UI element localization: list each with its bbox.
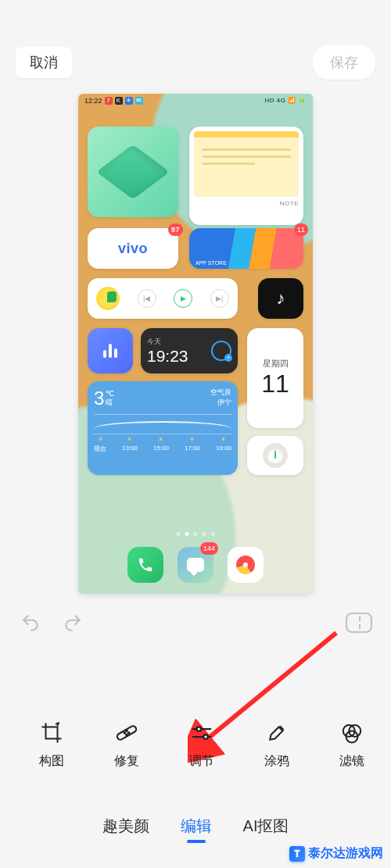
status-time: 12:22 — [84, 97, 102, 105]
tool-label: 滤镜 — [339, 753, 364, 770]
widget-voice — [88, 328, 133, 373]
dock-messages-icon: 144 — [178, 547, 213, 583]
brush-icon — [263, 719, 291, 747]
cube-icon — [96, 145, 170, 199]
bandage-icon — [113, 719, 141, 747]
music-art-icon — [96, 287, 120, 310]
sliders-icon — [188, 719, 216, 747]
tiktok-icon: ♪ — [277, 288, 285, 309]
clock-add-icon — [211, 341, 231, 361]
status-app-icon-4: ✉ — [135, 97, 143, 105]
vivo-badge: 87 — [168, 223, 183, 236]
clock-time: 19:23 — [147, 347, 188, 366]
date-day: 11 — [261, 370, 289, 398]
svg-point-2 — [124, 732, 126, 734]
dock-music-icon — [228, 547, 264, 583]
tool-crop[interactable]: 构图 — [16, 719, 88, 770]
status-app-icon-2: K — [115, 97, 123, 105]
sun-icon: ☀ — [98, 436, 103, 443]
widget-lock — [247, 436, 303, 475]
cancel-button[interactable]: 取消 — [16, 47, 72, 78]
tool-label: 涂鸦 — [264, 753, 289, 770]
dock: 144 — [127, 547, 264, 583]
note-label: NOTE — [194, 200, 299, 207]
svg-point-5 — [126, 734, 127, 736]
page-indicator — [177, 532, 215, 536]
watermark-text: 泰尔达游戏网 — [308, 845, 383, 862]
sun-icon: ☀ — [221, 436, 226, 443]
widget-clock: 今天 19:23 — [141, 328, 238, 373]
svg-point-4 — [126, 730, 127, 732]
widget-appstore: APP STORE 11 — [189, 228, 303, 269]
svg-point-9 — [203, 734, 208, 739]
waveform-icon — [103, 344, 117, 358]
svg-point-7 — [197, 727, 202, 731]
sun-icon: ☀ — [158, 436, 163, 443]
tool-label: 修复 — [114, 753, 139, 770]
music-prev-icon: |◀ — [138, 289, 156, 308]
svg-rect-1 — [116, 725, 137, 741]
crop-icon — [38, 719, 66, 747]
filter-icon — [338, 719, 366, 747]
widget-security — [88, 127, 178, 217]
status-network: HD 4G 📶 🔋 — [265, 97, 307, 105]
date-weekday: 星期四 — [263, 358, 289, 370]
widget-note: NOTE — [189, 127, 303, 225]
save-button[interactable]: 保存 — [313, 45, 375, 80]
image-preview[interactable]: 12:22 7 K ✳ ✉ HD 4G 📶 🔋 NOTE vivo 87 APP… — [78, 94, 313, 594]
music-play-icon: ▶ — [174, 289, 192, 308]
svg-point-3 — [128, 732, 130, 734]
weather-unit: ℃ — [106, 389, 114, 398]
tool-adjust[interactable]: 调节 — [166, 719, 238, 770]
watermark: T 泰尔达游戏网 — [289, 845, 383, 862]
tab-edit[interactable]: 编辑 — [181, 816, 212, 841]
widget-tiktok: ♪ — [258, 278, 303, 319]
status-bar: 12:22 7 K ✳ ✉ HD 4G 📶 🔋 — [84, 97, 307, 105]
weather-cond: 晴 — [106, 398, 114, 408]
compare-button[interactable] — [346, 613, 372, 633]
appstore-badge: 11 — [294, 223, 308, 236]
widget-date: 星期四 11 — [247, 328, 303, 428]
redo-button[interactable] — [61, 611, 84, 634]
watermark-logo-icon: T — [289, 846, 305, 862]
undo-button[interactable] — [19, 611, 42, 634]
widget-weather: 3 ℃ 晴 空气良 伊宁 ☀现在 ☀13:00 ☀15:00 ☀17:00 ☀1… — [88, 381, 238, 475]
tool-repair[interactable]: 修复 — [91, 719, 163, 770]
tab-ai-cutout[interactable]: AI抠图 — [243, 816, 289, 841]
tool-filter[interactable]: 滤镜 — [316, 719, 388, 770]
tool-doodle[interactable]: 涂鸦 — [241, 719, 313, 770]
clock-today-label: 今天 — [147, 337, 188, 347]
dock-phone-icon — [127, 547, 163, 583]
music-next-icon: ▶| — [210, 289, 229, 308]
dial-icon — [263, 443, 288, 468]
weather-curve-icon — [94, 414, 231, 434]
messages-badge: 144 — [200, 542, 218, 555]
tab-beauty[interactable]: 趣美颜 — [102, 816, 149, 841]
weather-temp: 3 — [94, 388, 104, 409]
weather-city: 伊宁 — [210, 398, 231, 408]
weather-air: 空气良 — [210, 388, 231, 398]
tool-label: 构图 — [39, 753, 64, 770]
status-app-icon-3: ✳ — [125, 97, 133, 105]
widget-vivo: vivo 87 — [88, 228, 178, 269]
tool-label: 调节 — [189, 753, 214, 770]
status-app-icon-1: 7 — [105, 97, 113, 105]
sun-icon: ☀ — [189, 436, 195, 443]
sun-icon: ☀ — [127, 436, 132, 443]
widget-music: |◀ ▶ ▶| — [88, 278, 238, 319]
